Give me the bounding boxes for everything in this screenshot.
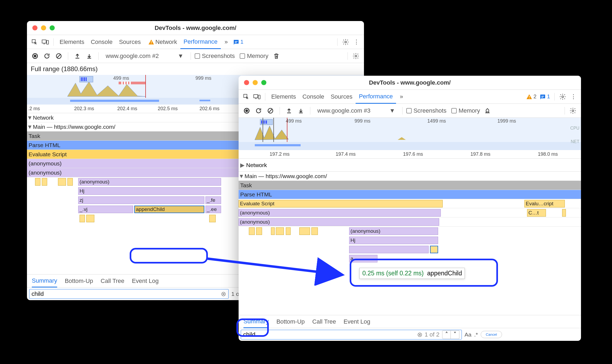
kebab-icon[interactable]: ⋮	[570, 93, 577, 100]
flame-hj-call[interactable]: Hj	[349, 237, 438, 244]
tab-network[interactable]: Network	[144, 35, 180, 49]
record-icon[interactable]	[242, 106, 251, 115]
profile-select[interactable]: www.google.com #2 ▼	[102, 53, 187, 60]
time-ruler[interactable]: 197.2 ms 197.4 ms 197.6 ms 197.8 ms 198.…	[239, 150, 581, 159]
clear-search-icon[interactable]: ⊗	[417, 331, 422, 338]
tab-summary[interactable]: Summary	[243, 315, 269, 328]
prev-result-icon[interactable]: ˄	[442, 330, 451, 339]
device-icon[interactable]	[253, 93, 261, 100]
flame-call[interactable]	[311, 227, 318, 235]
tab-event-log[interactable]: Event Log	[343, 315, 370, 328]
gear-icon[interactable]	[342, 38, 349, 46]
flame-evaluate-script[interactable]: Evalu…cript	[524, 200, 565, 207]
tab-summary[interactable]: Summary	[32, 275, 57, 287]
more-tabs-icon[interactable]: »	[222, 38, 230, 46]
tab-bottom-up[interactable]: Bottom-Up	[276, 315, 305, 328]
flame-call[interactable]	[286, 227, 291, 235]
flame-fe-call[interactable]: _.fe	[205, 196, 221, 204]
flame-call[interactable]	[249, 227, 255, 235]
clear-search-icon[interactable]: ⊗	[221, 290, 226, 298]
flame-chart[interactable]: ▼Main — https://www.google.com/ Task Par…	[239, 172, 581, 315]
flame-call[interactable]	[80, 215, 85, 222]
tab-bottom-up[interactable]: Bottom-Up	[65, 275, 93, 287]
tab-console[interactable]: Console	[299, 90, 328, 104]
tab-elements[interactable]: Elements	[56, 35, 88, 49]
tab-console[interactable]: Console	[88, 35, 116, 49]
screenshots-checkbox[interactable]: Screenshots	[406, 107, 446, 114]
flame-match-call[interactable]	[430, 246, 438, 253]
reload-icon[interactable]	[254, 106, 263, 115]
issues-badge[interactable]: 1	[233, 39, 243, 45]
issues-badge[interactable]: 1	[540, 93, 550, 100]
trash-icon[interactable]	[272, 52, 281, 60]
download-icon[interactable]	[85, 52, 94, 60]
flame-call[interactable]	[67, 178, 73, 186]
tab-call-tree[interactable]: Call Tree	[312, 315, 336, 328]
flame-zj-call[interactable]: zj	[78, 196, 204, 204]
record-icon[interactable]	[31, 52, 39, 60]
flame-vj-call[interactable]: _.vj	[78, 206, 133, 213]
search-input[interactable]	[32, 290, 221, 297]
flame-anonymous[interactable]: (anonymous)	[239, 209, 441, 217]
gear-icon[interactable]	[569, 106, 577, 115]
tab-event-log[interactable]: Event Log	[132, 275, 159, 287]
clear-icon[interactable]	[54, 52, 63, 60]
more-tabs-icon[interactable]: »	[398, 93, 405, 100]
flame-task[interactable]: Task	[239, 181, 581, 190]
flame-hj-call[interactable]: Hj	[78, 187, 221, 195]
flame-call[interactable]	[58, 178, 66, 186]
tab-elements[interactable]: Elements	[268, 90, 299, 104]
overview-timeline[interactable]: 499 ms 999 ms 1499 ms 1999 ms CPU NET	[239, 118, 581, 150]
search-input[interactable]	[243, 331, 417, 338]
reload-icon[interactable]	[43, 52, 51, 60]
flame-call[interactable]	[299, 227, 310, 235]
flame-parse-html[interactable]: Parse HTML	[239, 190, 581, 199]
gear-icon[interactable]	[352, 52, 360, 60]
flame-call[interactable]	[42, 178, 47, 186]
screenshots-checkbox[interactable]: Screenshots	[195, 53, 235, 60]
cancel-button[interactable]: Cancel	[481, 331, 502, 338]
main-track[interactable]: ▼Main — https://www.google.com/	[239, 172, 581, 181]
flame-a-call[interactable]: a	[349, 255, 377, 262]
upload-icon[interactable]	[73, 52, 82, 60]
flame-evaluate-script[interactable]: Evaluate Script	[239, 200, 443, 207]
flame-call[interactable]	[276, 227, 284, 235]
inspect-icon[interactable]	[31, 38, 38, 46]
tab-sources[interactable]: Sources	[327, 90, 356, 104]
regex-toggle[interactable]: .*	[474, 331, 478, 338]
inspect-icon[interactable]	[242, 93, 250, 100]
device-icon[interactable]	[42, 38, 49, 46]
warnings-badge[interactable]: 2	[526, 93, 537, 100]
flame-anonymous-call[interactable]: (anonymous)	[78, 178, 221, 186]
flame-anonymous[interactable]: (anonymous)	[239, 218, 439, 226]
clear-icon[interactable]	[266, 106, 275, 115]
next-result-icon[interactable]: ˅	[451, 330, 459, 339]
flame-appendchild-call[interactable]: appendChild	[134, 206, 204, 213]
memory-checkbox[interactable]: Memory	[451, 107, 480, 114]
case-toggle[interactable]: Aa	[465, 331, 472, 338]
memory-checkbox[interactable]: Memory	[240, 53, 268, 60]
flame-call[interactable]	[256, 227, 262, 235]
flame-call[interactable]	[349, 246, 429, 253]
collect-garbage-icon[interactable]	[483, 106, 492, 115]
flame-call[interactable]	[35, 178, 40, 186]
search-input-box[interactable]: ⊗ 1 of 2 ˄ ˅	[241, 330, 462, 339]
flame-ee-call[interactable]: _.ee	[205, 206, 221, 213]
profile-select[interactable]: www.google.com #3▼	[314, 107, 398, 114]
download-icon[interactable]	[297, 106, 305, 115]
flame-call[interactable]	[271, 227, 275, 235]
gear-icon[interactable]	[559, 93, 566, 100]
flame-anonymous-call[interactable]: (anonymous)	[349, 227, 438, 235]
tab-sources[interactable]: Sources	[116, 35, 144, 49]
flame-call[interactable]	[86, 215, 94, 222]
flame-call[interactable]	[562, 209, 566, 217]
search-input-box[interactable]: ⊗	[29, 289, 229, 299]
tab-performance[interactable]: Performance	[356, 90, 396, 104]
flame-compile-call[interactable]: C…t	[527, 209, 546, 217]
tab-call-tree[interactable]: Call Tree	[101, 275, 124, 287]
tab-performance[interactable]: Performance	[180, 35, 221, 49]
network-track[interactable]: ▶Network	[239, 159, 581, 172]
kebab-icon[interactable]: ⋮	[353, 38, 360, 46]
flame-call[interactable]	[209, 215, 216, 222]
upload-icon[interactable]	[285, 106, 293, 115]
